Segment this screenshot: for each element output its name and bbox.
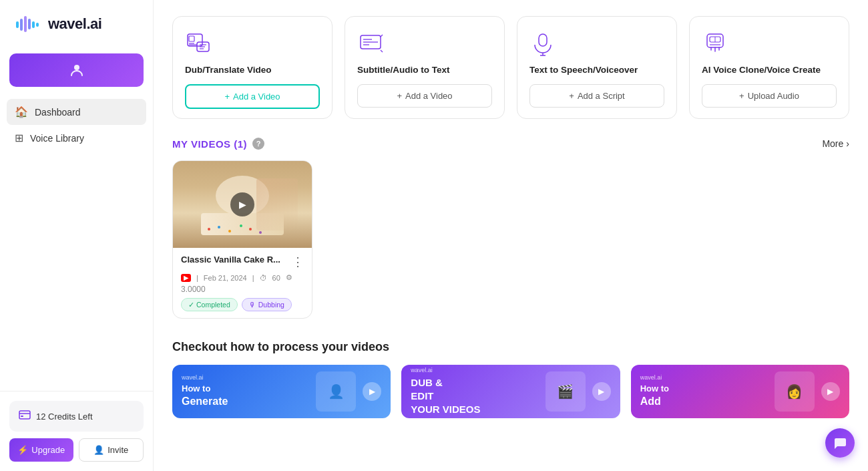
- tutorial-play-button[interactable]: ▶: [363, 382, 381, 401]
- nav-menu: 🏠 Dashboard ⊞ Voice Library: [0, 95, 153, 391]
- tutorial-card-dub-edit[interactable]: wavel.ai DUB &EDITYOUR VIDEOS 🎬 ▶: [401, 365, 620, 418]
- video-card[interactable]: ▶ Classic Vanilla Cake R... ⋮ ▶ | Feb 21…: [172, 160, 312, 319]
- video-thumbnail: ▶: [173, 161, 312, 248]
- credits-icon: [19, 409, 31, 424]
- tool-card-voice-clone[interactable]: AI Voice Clone/Voice Create + Upload Aud…: [689, 16, 849, 119]
- voice-library-icon: ⊞: [15, 132, 23, 144]
- invite-icon: 👤: [93, 445, 104, 455]
- dub-translate-icon: [185, 30, 320, 59]
- tutorial-play-button[interactable]: ▶: [821, 382, 840, 401]
- video-info: Classic Vanilla Cake R... ⋮ ▶ | Feb 21, …: [173, 248, 312, 318]
- btn-label: Add a Video: [405, 91, 453, 101]
- svg-rect-4: [28, 19, 31, 29]
- badge-label: Dubbing: [258, 301, 284, 309]
- tutorial-cards-row: wavel.ai How toGenerate 👤 ▶ wavel.ai DUB…: [172, 365, 849, 418]
- svg-rect-9: [21, 416, 23, 417]
- credits-card-icon: [19, 409, 31, 421]
- wavel-watermark: wavel.ai: [182, 374, 309, 381]
- tool-card-dub-translate[interactable]: Dub/Translate Video + Add a Video: [172, 16, 333, 119]
- chat-icon: [833, 436, 847, 450]
- tool-card-tts[interactable]: Text to Speech/Voiceover + Add a Script: [517, 16, 677, 119]
- more-arrow-icon: ›: [846, 138, 849, 149]
- tutorial-preview: 👩: [775, 371, 815, 412]
- svg-rect-6: [36, 23, 39, 27]
- logo-area: wavel.ai: [0, 0, 153, 48]
- svg-rect-22: [539, 34, 547, 46]
- tutorial-card-add[interactable]: wavel.ai How toAdd 👩 ▶: [631, 365, 849, 418]
- btn-label: Add a Video: [233, 92, 280, 102]
- subtitle-icon: [357, 30, 492, 59]
- tool-cards-grid: Dub/Translate Video + Add a Video Subtit…: [172, 16, 849, 119]
- add-video-button-subtitle[interactable]: + Add a Video: [357, 84, 492, 108]
- checkout-section-title: Checkout how to process your videos: [172, 340, 849, 354]
- tool-card-title: Dub/Translate Video: [185, 65, 320, 75]
- tutorial-preview: 🎬: [546, 371, 586, 412]
- wavel-watermark: wavel.ai: [640, 374, 768, 381]
- invite-label: Invite: [107, 445, 128, 455]
- video-score: 3.0000: [181, 285, 304, 294]
- video-date: Feb 21, 2024: [204, 274, 247, 282]
- tool-card-title: AI Voice Clone/Voice Create: [702, 65, 837, 75]
- dashboard-icon: 🏠: [15, 106, 28, 118]
- user-avatar[interactable]: [9, 53, 144, 87]
- video-badges: ✓ Completed 🎙 Dubbing: [181, 298, 304, 311]
- badge-dubbing: 🎙 Dubbing: [242, 298, 292, 311]
- sidebar-item-label: Voice Library: [30, 133, 84, 144]
- video-meta: ▶ | Feb 21, 2024 | ⏱ 60 ⚙: [181, 273, 304, 282]
- video-duration: 60: [272, 274, 280, 282]
- svg-rect-2: [20, 19, 23, 31]
- tts-icon: [529, 30, 664, 59]
- tool-card-title: Text to Speech/Voiceover: [529, 65, 664, 75]
- separator: |: [196, 274, 198, 282]
- tool-card-title: Subtitle/Audio to Text: [357, 65, 492, 75]
- svg-rect-8: [19, 411, 30, 419]
- video-title: Classic Vanilla Cake R...: [181, 255, 289, 265]
- plus-icon: +: [397, 91, 402, 101]
- video-options-menu[interactable]: ⋮: [289, 255, 304, 269]
- invite-button[interactable]: 👤 Invite: [79, 438, 144, 462]
- plus-icon: +: [224, 92, 230, 102]
- mic-icon: 🎙: [249, 301, 256, 309]
- play-button[interactable]: ▶: [230, 192, 254, 216]
- tutorial-bg: wavel.ai DUB &EDITYOUR VIDEOS 🎬 ▶: [401, 365, 620, 418]
- wavel-watermark: wavel.ai: [411, 367, 538, 373]
- tutorial-text: How toAdd: [640, 383, 768, 409]
- tutorial-card-generate[interactable]: wavel.ai How toGenerate 👤 ▶: [172, 365, 391, 418]
- sidebar-item-dashboard[interactable]: 🏠 Dashboard: [7, 99, 146, 125]
- section-title-group: MY VIDEOS (1) ?: [172, 138, 264, 150]
- youtube-icon: ▶: [181, 274, 191, 282]
- svg-rect-1: [16, 21, 19, 28]
- video-title-row: Classic Vanilla Cake R... ⋮: [181, 255, 304, 269]
- check-icon: ✓: [188, 301, 194, 309]
- upgrade-button[interactable]: ⚡ Upgrade: [9, 438, 73, 462]
- badge-label: Completed: [196, 301, 230, 309]
- more-label: More: [822, 138, 843, 149]
- svg-rect-5: [32, 21, 35, 28]
- upgrade-icon: ⚡: [17, 445, 28, 455]
- tutorial-bg: wavel.ai How toAdd 👩 ▶: [631, 365, 849, 418]
- svg-rect-3: [24, 16, 27, 32]
- help-icon[interactable]: ?: [252, 138, 264, 150]
- sidebar-item-label: Dashboard: [35, 107, 81, 118]
- more-button[interactable]: More ›: [822, 138, 849, 149]
- tutorial-play-button[interactable]: ▶: [592, 382, 611, 401]
- plus-icon: +: [739, 91, 744, 101]
- action-buttons: ⚡ Upgrade 👤 Invite: [9, 438, 144, 462]
- credits-display: 12 Credits Left: [9, 401, 144, 432]
- upload-audio-button[interactable]: + Upload Audio: [702, 84, 837, 108]
- tutorial-text: How toGenerate: [182, 383, 309, 409]
- add-video-button-dub[interactable]: + Add a Video: [185, 84, 320, 109]
- sidebar-item-voice-library[interactable]: ⊞ Voice Library: [7, 125, 146, 151]
- main-content: Dub/Translate Video + Add a Video Subtit…: [154, 0, 868, 471]
- clock-icon: ⏱: [260, 274, 267, 282]
- add-script-button[interactable]: + Add a Script: [529, 84, 664, 108]
- tutorial-text: DUB &EDITYOUR VIDEOS: [411, 376, 538, 416]
- tool-card-subtitle[interactable]: Subtitle/Audio to Text + Add a Video: [345, 16, 505, 119]
- btn-label: Upload Audio: [748, 91, 799, 101]
- settings-icon: ⚙: [286, 273, 292, 282]
- logo-text: wavel.ai: [48, 15, 101, 33]
- chat-support-button[interactable]: [825, 428, 855, 458]
- svg-point-7: [74, 65, 79, 70]
- voice-clone-icon: [702, 30, 837, 59]
- btn-label: Add a Script: [578, 91, 625, 101]
